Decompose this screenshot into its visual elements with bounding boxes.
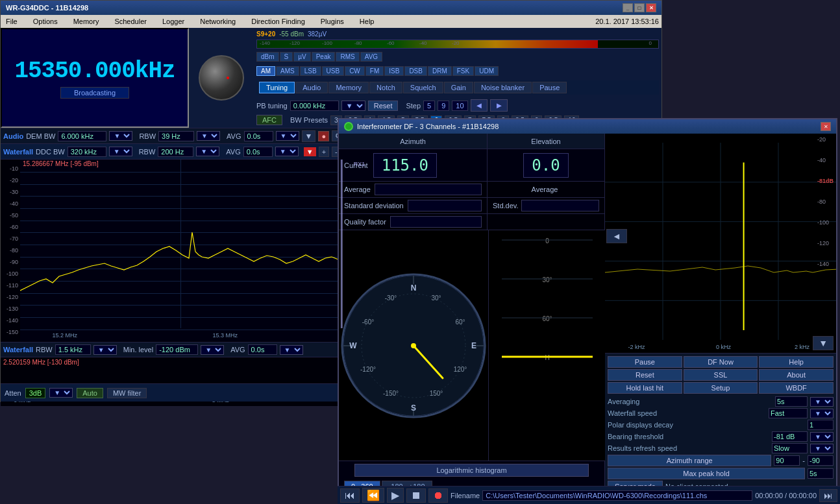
- mode-udm[interactable]: UDM: [475, 66, 499, 76]
- avg-select-wf[interactable]: ▼: [275, 147, 299, 156]
- polar-decay-input[interactable]: [808, 420, 834, 430]
- step-left[interactable]: ◄: [471, 99, 488, 112]
- transport-prev[interactable]: ⏪: [362, 488, 384, 503]
- wf2-avg-select[interactable]: ▼: [280, 345, 303, 355]
- menu-help[interactable]: Help: [357, 17, 377, 26]
- close-btn[interactable]: ✕: [646, 3, 656, 12]
- rbw-input-wf[interactable]: [158, 147, 193, 157]
- atten-select[interactable]: ▼: [49, 388, 73, 398]
- menu-networking[interactable]: Networking: [197, 17, 238, 26]
- transport-record[interactable]: ⏺: [428, 488, 448, 503]
- transport-play[interactable]: ▶: [387, 488, 404, 503]
- mode-lsb[interactable]: LSB: [300, 66, 321, 76]
- df-close-btn[interactable]: ✕: [821, 122, 831, 131]
- filename-input[interactable]: [482, 490, 752, 501]
- tuning-knob[interactable]: [199, 55, 244, 101]
- df-setup-btn[interactable]: Setup: [684, 382, 758, 394]
- rbw-select-wf[interactable]: ▼: [196, 147, 219, 156]
- tab-notch[interactable]: Notch: [369, 82, 402, 93]
- df-reset-btn[interactable]: Reset: [608, 369, 682, 381]
- ddc-bw-input[interactable]: [68, 147, 106, 157]
- menu-plugins[interactable]: Plugins: [318, 17, 347, 26]
- tab-audio[interactable]: Audio: [295, 82, 328, 93]
- scroll-arrow-btn[interactable]: ◄: [606, 229, 627, 243]
- transport-rewind[interactable]: ⏮: [340, 488, 360, 503]
- dem-bw-select[interactable]: ▼: [109, 131, 132, 141]
- menu-scheduler[interactable]: Scheduler: [112, 17, 149, 26]
- wf-speed-select[interactable]: ▼: [810, 409, 834, 418]
- mode-fsk[interactable]: FSK: [452, 66, 474, 76]
- avg-input-audio[interactable]: [244, 131, 273, 141]
- format-s[interactable]: S: [280, 52, 293, 62]
- wf-zoom-in[interactable]: +: [319, 147, 329, 157]
- format-rms[interactable]: RMS: [336, 52, 359, 62]
- mode-fm[interactable]: FM: [365, 66, 384, 76]
- mw-filter-btn[interactable]: MW filter: [107, 388, 147, 398]
- transport-end[interactable]: ⏭: [819, 489, 837, 502]
- results-refresh-select[interactable]: ▼: [810, 444, 834, 453]
- df-hold-last-hit-btn[interactable]: Hold last hit: [608, 382, 682, 394]
- auto-btn[interactable]: Auto: [77, 388, 103, 398]
- mode-isb[interactable]: ISB: [384, 66, 404, 76]
- mode-ams[interactable]: AMS: [276, 66, 299, 76]
- azimuth-range-2[interactable]: [808, 455, 834, 466]
- wf2-min-select[interactable]: ▼: [201, 345, 224, 355]
- mode-drm[interactable]: DRM: [428, 66, 452, 76]
- wf2-min-input[interactable]: [156, 344, 198, 355]
- df-now-btn[interactable]: DF Now: [684, 356, 758, 368]
- df-wbdf-btn[interactable]: WBDF: [759, 382, 834, 394]
- menu-direction-finding[interactable]: Direction Finding: [249, 17, 308, 26]
- mode-usb[interactable]: USB: [322, 66, 345, 76]
- wf-rec-btn[interactable]: ▼: [304, 147, 316, 156]
- format-dbm[interactable]: dBm: [256, 52, 279, 62]
- tab-squelch[interactable]: Squelch: [403, 82, 443, 93]
- wf2-rbw-select[interactable]: ▼: [93, 345, 117, 355]
- averaging-input[interactable]: [775, 396, 808, 407]
- bearing-thresh-select[interactable]: ▼: [810, 432, 834, 442]
- maximize-btn[interactable]: □: [634, 3, 645, 12]
- menu-logger[interactable]: Logger: [160, 17, 187, 26]
- avg-input-wf[interactable]: [243, 147, 273, 157]
- format-avg[interactable]: AVG: [360, 52, 382, 62]
- wf2-rbw-input[interactable]: [55, 344, 91, 355]
- step-10[interactable]: 10: [452, 101, 467, 111]
- menu-file[interactable]: File: [3, 17, 20, 26]
- results-refresh-input[interactable]: [772, 443, 808, 453]
- audio-icon1[interactable]: ▼: [302, 130, 316, 142]
- mode-am[interactable]: AM: [256, 66, 275, 76]
- pb-reset-btn[interactable]: Reset: [368, 101, 399, 111]
- audio-record-btn[interactable]: ●: [318, 131, 329, 141]
- histogram-btn[interactable]: Logarithmic histogram: [354, 464, 589, 477]
- scroll-down-btn[interactable]: ▼: [813, 336, 834, 350]
- afc-btn[interactable]: AFC: [256, 115, 282, 125]
- transport-stop[interactable]: ⏹: [406, 488, 426, 503]
- tab-noise-blanker[interactable]: Noise blanker: [474, 82, 532, 93]
- tab-gain[interactable]: Gain: [444, 82, 473, 93]
- rbw-select-audio[interactable]: ▼: [197, 131, 220, 141]
- ddc-bw-select[interactable]: ▼: [109, 147, 132, 156]
- df-help-btn[interactable]: Help: [759, 356, 834, 368]
- df-ssl-btn[interactable]: SSL: [684, 369, 758, 381]
- max-peak-input[interactable]: [808, 468, 834, 479]
- max-peak-label-btn[interactable]: Max peak hold: [608, 468, 805, 479]
- azimuth-range-label-btn[interactable]: Azimuth range: [608, 455, 771, 466]
- pb-tuning-input[interactable]: [290, 101, 339, 111]
- df-about-btn[interactable]: About: [759, 369, 834, 381]
- tab-memory[interactable]: Memory: [328, 82, 369, 93]
- format-uv[interactable]: µV: [293, 52, 310, 62]
- menu-options[interactable]: Options: [31, 17, 60, 26]
- mode-dsb[interactable]: DSB: [404, 66, 427, 76]
- pb-tuning-select[interactable]: ▼: [341, 101, 365, 111]
- wf2-avg-input[interactable]: [248, 344, 277, 355]
- step-right[interactable]: ►: [490, 99, 508, 112]
- bearing-thresh-input[interactable]: [772, 431, 808, 442]
- avg-select-audio[interactable]: ▼: [276, 131, 299, 141]
- format-peak[interactable]: Peak: [312, 52, 336, 62]
- azimuth-range-1[interactable]: [774, 455, 800, 466]
- minimize-btn[interactable]: _: [623, 3, 633, 12]
- averaging-select[interactable]: ▼: [810, 397, 834, 407]
- step-5[interactable]: 5: [423, 101, 435, 111]
- mode-cw[interactable]: CW: [345, 66, 365, 76]
- tab-tuning[interactable]: Tuning: [259, 82, 295, 93]
- step-9[interactable]: 9: [438, 101, 449, 111]
